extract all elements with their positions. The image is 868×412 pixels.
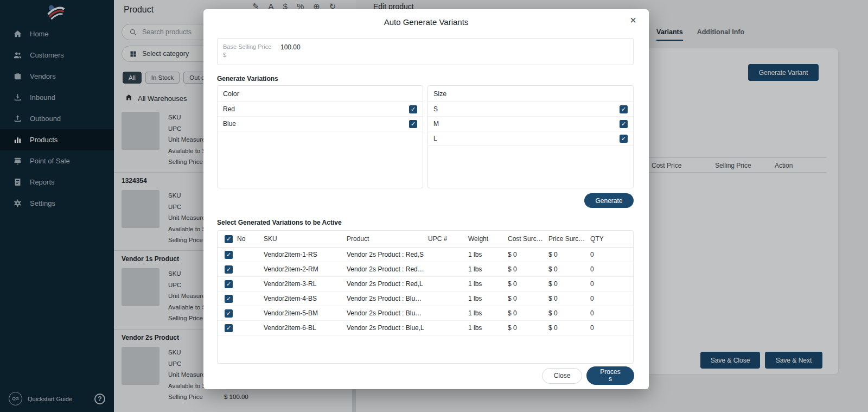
variation-sku: Vendor2item-6-BL (264, 324, 347, 332)
variation-price: $ 0 (548, 324, 590, 332)
variation-weight: 1 lbs (468, 251, 508, 258)
process-button[interactable]: Process (586, 366, 634, 385)
variation-product: Vendor 2s Product : Red,S (347, 251, 428, 258)
variation-weight: 1 lbs (468, 324, 508, 332)
variation-product: Vendor 2s Product : Red,L (347, 280, 428, 288)
variation-row: Vendor2item-1-RS Vendor 2s Product : Red… (218, 248, 633, 262)
generated-variations-table: No SKU Product UPC # Weight Cost Surchag… (217, 230, 634, 364)
variation-qty: 0 (590, 251, 633, 258)
variation-qty: 0 (590, 265, 633, 273)
column-header-upc: UPC # (428, 235, 468, 243)
variation-weight: 1 lbs (468, 295, 508, 302)
checkbox-checked[interactable] (409, 105, 417, 113)
variation-qty: 0 (590, 324, 633, 332)
variation-row: Vendor2item-4-BS Vendor 2s Product : Blu… (218, 291, 633, 306)
row-checkbox[interactable] (225, 265, 233, 274)
variation-product: Vendor 2s Product : Blue,M (347, 309, 428, 317)
variation-qty: 0 (590, 295, 633, 302)
variation-sku: Vendor2item-5-BM (264, 309, 347, 317)
column-header-qty: QTY (590, 235, 633, 243)
base-selling-price-label: Base Selling Price $ (223, 43, 273, 60)
variation-weight: 1 lbs (468, 265, 508, 273)
column-header-cost-surcharge: Cost Surchage (508, 235, 548, 243)
variation-cost: $ 0 (508, 324, 548, 332)
close-icon[interactable]: × (630, 15, 636, 26)
checkbox-checked[interactable] (620, 120, 628, 128)
variation-price: $ 0 (548, 265, 590, 273)
option-label: Red (223, 105, 235, 113)
size-option-s: S (428, 102, 633, 117)
modal-title: Auto Generate Variants (203, 17, 649, 27)
variation-weight: 1 lbs (468, 280, 508, 288)
variation-sku: Vendor2item-3-RL (264, 280, 347, 288)
variation-weight: 1 lbs (468, 309, 508, 317)
variation-price: $ 0 (548, 309, 590, 317)
variation-sku: Vendor2item-4-BS (264, 295, 347, 302)
variation-cost: $ 0 (508, 251, 548, 258)
base-selling-price-value[interactable]: 100.00 (280, 43, 301, 60)
variation-product: Vendor 2s Product : Blue,L (347, 324, 428, 332)
row-checkbox[interactable] (225, 280, 233, 288)
column-header-sku: SKU (264, 235, 347, 243)
generate-variations-heading: Generate Variations (217, 75, 278, 83)
color-option-red: Red (218, 102, 423, 117)
variation-qty: 0 (590, 309, 633, 317)
variation-qty: 0 (590, 280, 633, 288)
checkbox-checked[interactable] (620, 135, 628, 143)
variation-product: Vendor 2s Product : Red,M (347, 265, 428, 273)
select-all-checkbox[interactable] (225, 235, 233, 243)
option-label: S (433, 105, 438, 113)
column-header-price-surcharge: Price Surcha... (548, 235, 590, 243)
variation-sku: Vendor2item-1-RS (264, 251, 347, 258)
variation-product: Vendor 2s Product : Blue,S (347, 295, 428, 302)
auto-generate-variants-modal: Auto Generate Variants × Base Selling Pr… (203, 9, 649, 389)
variation-row: Vendor2item-2-RM Vendor 2s Product : Red… (218, 262, 633, 277)
option-label: M (433, 120, 439, 128)
variation-row: Vendor2item-3-RL Vendor 2s Product : Red… (218, 277, 633, 291)
base-selling-price-field[interactable]: Base Selling Price $ 100.00 (217, 38, 634, 65)
app-root: Home Customers Vendors Inbound Outbound … (0, 0, 868, 412)
color-option-blue: Blue (218, 117, 423, 131)
checkbox-checked[interactable] (409, 120, 417, 128)
row-checkbox[interactable] (225, 324, 233, 332)
size-options-panel: Size S M L (427, 85, 634, 188)
variation-price: $ 0 (548, 295, 590, 302)
checkbox-checked[interactable] (620, 105, 628, 113)
color-panel-title: Color (218, 86, 423, 102)
generate-button[interactable]: Generate (584, 193, 634, 208)
variation-cost: $ 0 (508, 309, 548, 317)
row-checkbox[interactable] (225, 251, 233, 259)
size-panel-title: Size (428, 86, 633, 102)
variation-cost: $ 0 (508, 265, 548, 273)
variation-price: $ 0 (548, 280, 590, 288)
variation-cost: $ 0 (508, 295, 548, 302)
column-header-no: No (237, 235, 264, 243)
row-checkbox[interactable] (225, 309, 233, 318)
size-option-l: L (428, 131, 633, 146)
variation-panels: Color Red Blue Size S M (217, 85, 634, 188)
option-label: Blue (223, 120, 236, 128)
variation-price: $ 0 (548, 251, 590, 258)
variation-cost: $ 0 (508, 280, 548, 288)
select-active-heading: Select Generated Variations to be Active (217, 219, 342, 226)
modal-actions: Close Process (542, 366, 634, 385)
variation-row: Vendor2item-5-BM Vendor 2s Product : Blu… (218, 306, 633, 321)
row-checkbox[interactable] (225, 295, 233, 303)
variations-table-header-row: No SKU Product UPC # Weight Cost Surchag… (218, 231, 633, 248)
variation-row: Vendor2item-6-BL Vendor 2s Product : Blu… (218, 321, 633, 335)
modal-close-button[interactable]: Close (542, 368, 582, 384)
color-options-panel: Color Red Blue (217, 85, 423, 188)
size-option-m: M (428, 117, 633, 131)
column-header-weight: Weight (468, 235, 508, 243)
option-label: L (433, 135, 437, 142)
variation-sku: Vendor2item-2-RM (264, 265, 347, 273)
column-header-product: Product (347, 235, 428, 243)
